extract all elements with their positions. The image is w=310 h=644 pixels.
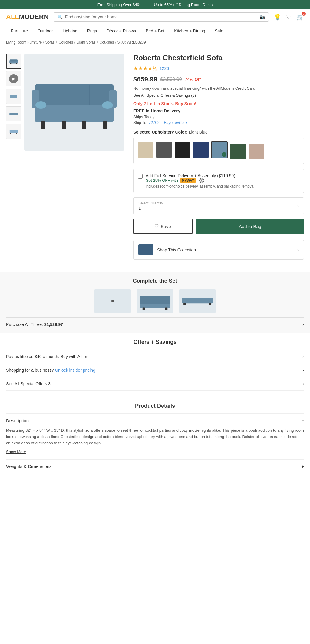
thumbnail-1[interactable] xyxy=(6,54,21,69)
nav-bed[interactable]: Bed + Bat xyxy=(141,25,169,37)
action-buttons: ♡ Save Add to Bag xyxy=(133,219,304,234)
swatch-navy[interactable] xyxy=(193,141,209,158)
swatch-green[interactable] xyxy=(229,143,246,160)
save-button[interactable]: ♡ Save xyxy=(133,219,193,234)
banner-text-2: Up to 65% off Dining Room Deals xyxy=(154,2,213,7)
svg-rect-9 xyxy=(17,115,18,115)
svg-rect-17 xyxy=(35,105,114,122)
cart-badge: 0 xyxy=(302,12,306,16)
product-layout: ▶ xyxy=(0,48,310,272)
breadcrumb: Living Room Furniture / Sofas + Couches … xyxy=(0,37,310,48)
svg-rect-11 xyxy=(10,133,11,134)
thumbnail-video[interactable]: ▶ xyxy=(6,71,21,86)
review-count[interactable]: 1226 xyxy=(160,66,169,71)
nav-rugs[interactable]: Rugs xyxy=(82,25,102,37)
quantity-select[interactable]: Select Quantity 1 › xyxy=(133,197,304,214)
camera-icon[interactable]: 📷 xyxy=(260,15,265,19)
set-item-3 xyxy=(179,289,216,313)
cart-icon[interactable]: 🛒 0 xyxy=(296,13,304,21)
set-item-2 xyxy=(137,289,173,313)
search-input[interactable] xyxy=(65,15,257,19)
thumbnail-5[interactable] xyxy=(6,124,21,139)
nav-lighting[interactable]: Lighting xyxy=(58,25,82,37)
thumbnails: ▶ xyxy=(6,54,21,266)
svg-rect-7 xyxy=(9,113,18,115)
swatch-blush-inner xyxy=(249,144,264,159)
breadcrumb-living[interactable]: Living Room Furniture xyxy=(6,40,42,45)
svg-rect-3 xyxy=(16,63,17,64)
assembly-label: Add Full Service Delivery + Assembly ($1… xyxy=(146,173,255,178)
svg-rect-25 xyxy=(103,121,107,129)
breadcrumb-glam[interactable]: Glam Sofas + Couches xyxy=(76,40,114,45)
nav-furniture[interactable]: Furniture xyxy=(6,25,33,37)
product-details-section: Product Details Description − Measuring … xyxy=(0,397,310,480)
swatch-blush[interactable] xyxy=(248,143,265,160)
swatch-charcoal[interactable] xyxy=(156,141,172,158)
thumbnail-3[interactable] xyxy=(6,89,21,104)
assembly-discount-row: Get 25% OFF with MYWAY ⓘ xyxy=(146,178,255,183)
see-all-chevron: › xyxy=(302,381,304,386)
nav-sale[interactable]: Sale xyxy=(210,25,228,37)
selected-color-value: Light Blue xyxy=(189,130,208,134)
swatch-lightblue[interactable]: ✓ xyxy=(211,141,228,158)
swatch-beige[interactable] xyxy=(137,141,154,158)
myway-info-icon[interactable]: ⓘ xyxy=(199,178,204,183)
nav-kitchen[interactable]: Kitchen + Dining xyxy=(169,25,210,37)
header-icons: 💡 ♡ 🛒 0 xyxy=(274,13,304,21)
svg-rect-8 xyxy=(10,115,11,115)
breadcrumb-sofas[interactable]: Sofas + Couches xyxy=(45,40,73,45)
search-bar[interactable]: 🔍 📷 xyxy=(54,12,269,22)
ship-to-location[interactable]: 72702 – Fayetteville xyxy=(149,120,184,125)
description-header[interactable]: Description − xyxy=(6,414,304,427)
special-offers-link[interactable]: See All Special Offers & Savings (3) xyxy=(133,93,304,98)
svg-rect-22 xyxy=(41,121,45,129)
see-all-offers-text: See All Special Offers 3 xyxy=(6,381,51,386)
description-label: Description xyxy=(6,418,29,423)
banner-text-1: Free Shipping Over $49* xyxy=(97,2,141,7)
offer-row-affirm[interactable]: Pay as little as $40 a month. Buy with A… xyxy=(6,350,304,363)
nav-outdoor[interactable]: Outdoor xyxy=(33,25,58,37)
logo[interactable]: ALLMODERN xyxy=(6,13,49,21)
shop-collection-row[interactable]: Shop This Collection › xyxy=(133,240,304,260)
add-to-bag-button[interactable]: Add to Bag xyxy=(196,219,304,234)
svg-rect-27 xyxy=(140,304,170,308)
nav-decor[interactable]: Décor + Pillows xyxy=(102,25,141,37)
breadcrumb-sep-3: / xyxy=(115,40,116,45)
weights-dimensions-header[interactable]: Weights & Dimensions + xyxy=(6,460,304,473)
swatch-black[interactable] xyxy=(174,141,191,158)
star-rating: ★★★★½ xyxy=(133,65,157,72)
product-title: Roberta Chesterfield Sofa xyxy=(133,54,304,62)
color-swatches: ✓ xyxy=(133,138,304,164)
swatch-black-inner xyxy=(175,142,190,158)
product-images: ▶ xyxy=(6,54,124,266)
description-accordion: Description − Measuring 32" H x 84" W x … xyxy=(6,413,304,459)
svg-rect-1 xyxy=(10,59,17,61)
offer-business-chevron: › xyxy=(302,368,304,373)
purchase-all-label: Purchase All Three: xyxy=(6,322,43,327)
offer-row-business[interactable]: Shopping for a business? Unlock insider … xyxy=(6,363,304,377)
purchase-all-text: Purchase All Three: $1,529.97 xyxy=(6,322,63,327)
quantity-chevron: › xyxy=(297,203,299,209)
play-button[interactable]: ▶ xyxy=(9,74,18,83)
svg-rect-10 xyxy=(10,130,18,133)
top-banner: Free Shipping Over $49* | Up to 65% off … xyxy=(0,0,310,9)
quantity-select-inner: Select Quantity 1 xyxy=(138,201,163,211)
purchase-all[interactable]: Purchase All Three: $1,529.97 › xyxy=(6,317,304,327)
offer-row-see-all[interactable]: See All Special Offers 3 › xyxy=(6,377,304,391)
breadcrumb-sep-1: / xyxy=(43,40,44,45)
swatch-charcoal-inner xyxy=(156,142,172,158)
wishlist-icon[interactable]: ♡ xyxy=(286,13,292,21)
svg-rect-29 xyxy=(165,307,167,310)
logo-all: ALL xyxy=(6,13,19,21)
complete-set-title: Complete the Set xyxy=(6,278,304,284)
assembly-details: Add Full Service Delivery + Assembly ($1… xyxy=(146,173,255,188)
assembly-checkbox[interactable] xyxy=(138,174,143,179)
insider-pricing-link[interactable]: Unlock insider pricing xyxy=(55,368,95,373)
show-more-link[interactable]: Show More xyxy=(6,449,304,455)
set-item-dot xyxy=(111,300,114,302)
thumbnail-4[interactable] xyxy=(6,106,21,121)
breadcrumb-sep-2: / xyxy=(74,40,75,45)
purchase-all-price: $1,529.97 xyxy=(44,322,63,327)
banner-divider: | xyxy=(147,2,148,7)
lightbulb-icon[interactable]: 💡 xyxy=(274,13,281,21)
